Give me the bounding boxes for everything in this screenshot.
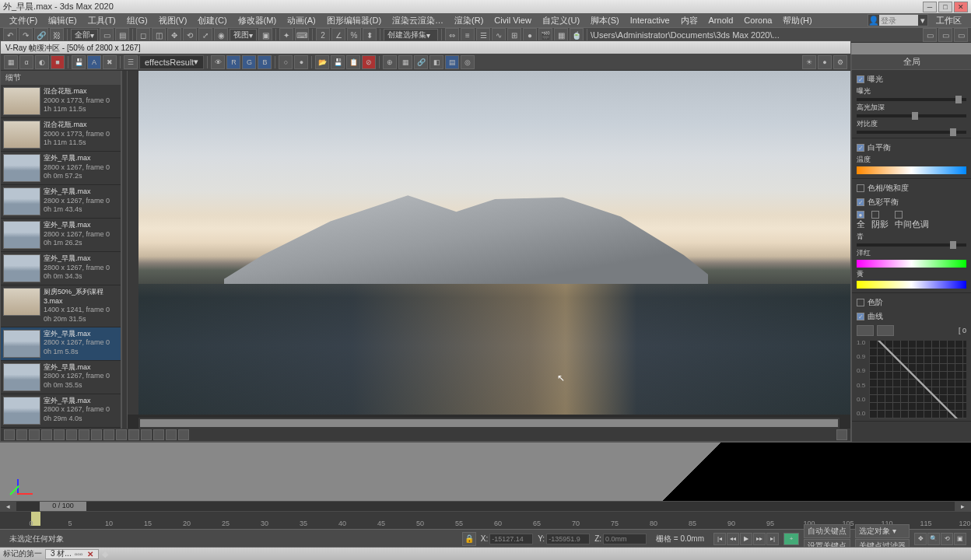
selection-filter[interactable]: 全部 ▾ [71, 29, 98, 41]
menu-group[interactable]: 组(G) [122, 14, 152, 27]
cb-check[interactable]: ✓ [857, 198, 864, 206]
menu-civil[interactable]: Civil View [489, 15, 535, 26]
nav-pan-icon[interactable]: ✥ [914, 533, 927, 545]
menu-content[interactable]: 内容 [676, 14, 703, 27]
maximize-button[interactable]: □ [938, 2, 952, 12]
nav-orbit-icon[interactable]: ⟲ [941, 533, 953, 545]
vfb-history-icon[interactable]: ☰ [124, 55, 138, 69]
panel-toggle-2[interactable]: ▭ [938, 28, 952, 42]
lock-icon[interactable]: 🔒 [462, 532, 476, 546]
cb-shadows-radio[interactable] [871, 211, 879, 219]
magenta-slider[interactable] [857, 260, 966, 268]
curve-point-btn[interactable] [857, 325, 874, 336]
vfb-clear-icon[interactable]: ✖ [103, 55, 117, 69]
vfb-sphere-icon[interactable]: ● [818, 55, 832, 69]
play-icon[interactable]: ▶ [740, 533, 752, 545]
history-item[interactable]: 室外_早晨.max2800 x 1267, frame 00h 29m 4.0s [1, 394, 121, 428]
taskbar-app-icon[interactable]: ◆ [102, 549, 108, 559]
menu-graph[interactable]: 图形编辑器(D) [322, 14, 386, 27]
vfb-open-icon[interactable]: 📂 [315, 55, 329, 69]
vfb-light-icon[interactable]: ☀ [802, 55, 816, 69]
vfb-stop-icon[interactable]: ■ [51, 55, 65, 69]
mini-btn-1[interactable] [4, 429, 15, 440]
mini-btn-12[interactable] [141, 429, 152, 440]
goto-start-icon[interactable]: |◂ [713, 533, 726, 545]
curves-editor[interactable] [869, 341, 966, 418]
vfb-r-icon[interactable]: R [226, 55, 240, 69]
history-item[interactable]: 室外_早晨.max2800 x 1267, frame 00h 1m 26.2s [1, 219, 121, 252]
levels-check[interactable] [857, 299, 864, 306]
history-item[interactable]: 混合花瓶.max2000 x 1773, frame 01h 11m 11.5s [1, 118, 121, 152]
named-selection-set[interactable]: 创建选择集 ▾ [384, 29, 438, 41]
exposure-slider[interactable] [857, 98, 966, 101]
vfb-channel-dropdown[interactable]: effectsResult▾ [139, 55, 204, 69]
mini-btn-9[interactable] [103, 429, 114, 440]
vfb-region-icon[interactable]: ▦ [398, 55, 412, 69]
history-item[interactable]: 室外_早晨.max2800 x 1267, frame 00h 0m 34.3s [1, 252, 121, 285]
mini-btn-4[interactable] [41, 429, 52, 440]
mini-btn-13[interactable] [153, 429, 164, 440]
mini-btn-6[interactable] [66, 429, 77, 440]
mini-btn-15[interactable] [178, 429, 189, 440]
menu-view[interactable]: 视图(V) [154, 14, 192, 27]
vfb-eye-icon[interactable]: 👁 [211, 55, 225, 69]
next-frame-icon[interactable]: ▸▸ [753, 533, 766, 545]
highlight-slider[interactable] [857, 114, 966, 117]
mini-btn-7[interactable] [79, 429, 89, 440]
vfb-link2-icon[interactable]: 🔗 [414, 55, 428, 69]
mini-btn-11[interactable] [128, 429, 139, 440]
mini-btn-end[interactable] [836, 429, 847, 440]
login-field[interactable]: 👤 ▾ [868, 14, 928, 26]
menu-render[interactable]: 渲染(R) [450, 14, 488, 27]
menu-cloud[interactable]: 渲染云渲染… [387, 14, 448, 27]
vfb-copy-icon[interactable]: 📋 [346, 55, 360, 69]
taskbar-mini-3[interactable]: ▫ [80, 550, 83, 558]
vfb-save-icon[interactable]: 💾 [72, 55, 86, 69]
curve-tangent-btn[interactable] [877, 325, 894, 336]
menu-tools[interactable]: 工具(T) [83, 14, 121, 27]
mini-btn-8[interactable] [91, 429, 102, 440]
menu-file[interactable]: 文件(F) [5, 14, 42, 27]
panel-toggle-3[interactable]: ▭ [954, 28, 968, 42]
mini-btn-2[interactable] [16, 429, 27, 440]
goto-end-icon[interactable]: ▸| [766, 533, 779, 545]
history-item[interactable]: 室外_早晨.max2800 x 1267, frame 00h 1m 5.8s [1, 327, 121, 361]
login-input[interactable] [879, 15, 918, 26]
curves-check[interactable]: ✓ [857, 313, 864, 320]
temperature-slider[interactable] [857, 166, 966, 174]
ref-coord-dropdown[interactable]: 视图 ▾ [230, 29, 257, 41]
history-item[interactable]: 室外_早晨.max2800 x 1267, frame 00h 0m 35.5s [1, 361, 121, 394]
vfb-b-icon[interactable]: B [258, 55, 272, 69]
key-mode-icon[interactable]: + [783, 533, 799, 545]
vfb-circle-icon[interactable]: ○ [279, 55, 293, 69]
contrast-slider[interactable] [857, 131, 966, 134]
workspace-label[interactable]: 工作区 [931, 14, 966, 27]
vfb-delete-icon[interactable]: ⊘ [362, 55, 376, 69]
vfb-rgb-icon[interactable]: ▦ [4, 55, 18, 69]
vfb-track-icon[interactable]: ⊕ [383, 55, 397, 69]
mini-btn-3[interactable] [29, 429, 40, 440]
prev-frame-icon[interactable]: ◂◂ [727, 533, 739, 545]
wb-check[interactable]: ✓ [857, 144, 864, 152]
nav-max-icon[interactable]: ▣ [954, 533, 966, 545]
menu-script[interactable]: 脚本(S) [586, 14, 624, 27]
history-item[interactable]: 室外_早晨.max2800 x 1267, frame 00h 0m 57.2s [1, 152, 121, 185]
history-item[interactable]: 室外_早晨.max2800 x 1267, frame 00h 1m 43.4s [1, 185, 121, 219]
taskbar-close-icon[interactable]: ✕ [87, 550, 93, 558]
horizontal-scrollbar[interactable] [138, 418, 840, 429]
cc-tab-global[interactable]: 全局 [852, 54, 971, 70]
vfb-g-icon[interactable]: G [242, 55, 256, 69]
vfb-save2-icon[interactable]: 💾 [331, 55, 345, 69]
history-item[interactable]: 混合花瓶.max2000 x 1773, frame 01h 11m 11.5s [1, 85, 121, 118]
nav-zoom-icon[interactable]: 🔍 [927, 533, 940, 545]
menu-interactive[interactable]: Interactive [626, 15, 675, 26]
time-slider[interactable]: 0 / 100 [16, 502, 955, 511]
yellow-slider[interactable] [857, 281, 966, 289]
time-handle[interactable]: 0 / 100 [40, 502, 86, 511]
history-item[interactable]: 厨房50%_系列课程3.max1400 x 1241, frame 00h 20… [1, 285, 121, 327]
vfb-a-icon[interactable]: A [87, 55, 101, 69]
vfb-mono-icon[interactable]: ◐ [35, 55, 49, 69]
select-obj-dropdown[interactable]: 选定对象 ▾ [855, 524, 910, 538]
cb-mid-radio[interactable] [895, 211, 903, 219]
taskbar-item-material[interactable]: 3 材... ▫ ▫ ▫ ✕ [45, 549, 99, 559]
